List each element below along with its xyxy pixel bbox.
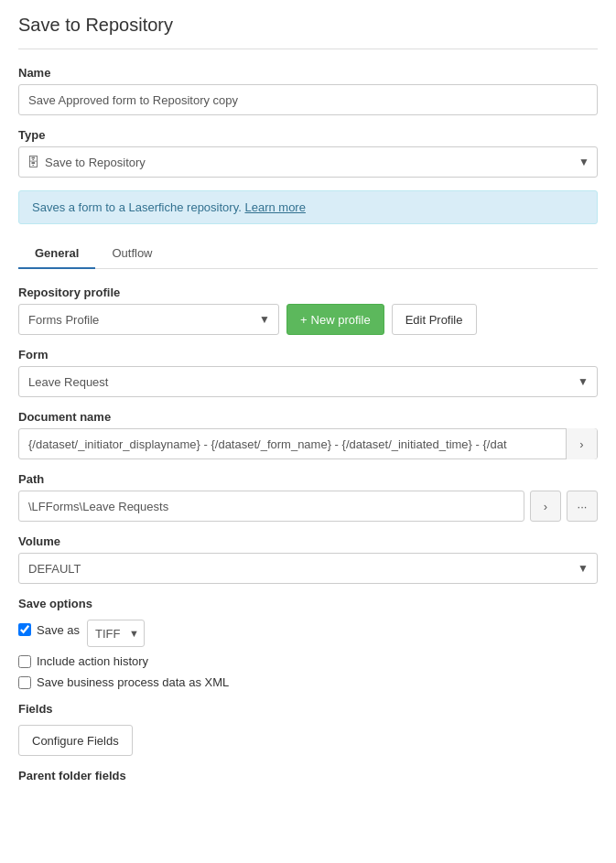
form-select-wrapper: Leave Request ▼ xyxy=(18,366,598,397)
page-title: Save to Repository xyxy=(18,15,598,36)
volume-label: Volume xyxy=(18,534,598,548)
repo-profile-select-wrapper: Forms Profile ▼ xyxy=(18,304,279,335)
info-box: Saves a form to a Laserfiche repository.… xyxy=(18,190,598,224)
type-select-wrapper[interactable]: 🗄 Save to Repository ▼ xyxy=(18,146,598,178)
info-box-text: Saves a form to a Laserfiche repository. xyxy=(32,200,242,214)
path-dots-icon: ··· xyxy=(578,500,588,513)
save-as-select-wrapper: TIFF PDF Word ▼ xyxy=(87,620,145,647)
new-profile-plus-icon: + xyxy=(300,313,308,327)
name-label: Name xyxy=(18,66,598,80)
save-options-group: Save options Save as TIFF PDF Word ▼ Inc… xyxy=(18,597,598,689)
path-input[interactable] xyxy=(18,491,524,522)
learn-more-link[interactable]: Learn more xyxy=(244,200,305,214)
type-dropdown-arrow-icon: ▼ xyxy=(578,156,589,168)
path-arrow-icon: › xyxy=(544,500,547,513)
tab-general[interactable]: General xyxy=(18,239,95,269)
new-profile-button[interactable]: + New profile xyxy=(286,304,384,335)
volume-select-wrapper: DEFAULT ▼ xyxy=(18,553,598,584)
repository-icon: 🗄 xyxy=(27,155,39,169)
tabs-container: General Outflow xyxy=(18,239,598,269)
configure-fields-button[interactable]: Configure Fields xyxy=(18,725,133,756)
save-business-process-label[interactable]: Save business process data as XML xyxy=(18,675,598,689)
save-options-label: Save options xyxy=(18,597,598,610)
include-action-history-checkbox[interactable] xyxy=(18,655,31,668)
form-select[interactable]: Leave Request xyxy=(18,366,598,397)
name-field-group: Name xyxy=(18,66,598,115)
title-divider xyxy=(18,49,598,49)
save-as-checkbox-label[interactable]: Save as xyxy=(18,623,80,637)
document-name-group: Document name {/dataset/_initiator_displ… xyxy=(18,410,598,459)
path-label: Path xyxy=(18,472,598,486)
repository-profile-label: Repository profile xyxy=(18,286,598,299)
form-label: Form xyxy=(18,348,598,361)
document-name-wrapper: {/dataset/_initiator_displayname} - {/da… xyxy=(18,428,598,459)
path-row: › ··· xyxy=(18,491,598,522)
document-name-label: Document name xyxy=(18,410,598,424)
include-action-history-label[interactable]: Include action history xyxy=(18,654,598,668)
expand-arrow-icon: › xyxy=(579,437,583,451)
path-browse-button[interactable]: ··· xyxy=(567,491,598,522)
tabs-row: General Outflow xyxy=(18,239,598,268)
include-action-history-text: Include action history xyxy=(37,654,148,668)
tab-outflow[interactable]: Outflow xyxy=(95,239,168,269)
type-label: Type xyxy=(18,128,598,142)
type-select-text: Save to Repository xyxy=(45,156,578,169)
save-business-process-checkbox[interactable] xyxy=(18,676,31,689)
new-profile-label: New profile xyxy=(311,313,371,327)
type-field-group: Type 🗄 Save to Repository ▼ xyxy=(18,128,598,178)
save-as-checkbox[interactable] xyxy=(18,623,31,636)
name-input[interactable] xyxy=(18,84,598,115)
path-field-group: Path › ··· xyxy=(18,472,598,522)
form-field-group: Form Leave Request ▼ xyxy=(18,348,598,397)
parent-folder-label: Parent folder fields xyxy=(18,769,598,782)
repo-profile-select[interactable]: Forms Profile xyxy=(18,304,279,335)
save-as-format-select[interactable]: TIFF PDF Word xyxy=(87,620,145,647)
save-as-label-text: Save as xyxy=(37,623,80,637)
repo-profile-row: Forms Profile ▼ + New profile Edit Profi… xyxy=(18,304,598,335)
parent-folder-section: Parent folder fields xyxy=(18,769,598,782)
edit-profile-button[interactable]: Edit Profile xyxy=(392,304,477,335)
path-expand-button[interactable]: › xyxy=(530,491,561,522)
repository-profile-group: Repository profile Forms Profile ▼ + New… xyxy=(18,286,598,335)
document-name-text: {/dataset/_initiator_displayname} - {/da… xyxy=(19,432,566,457)
volume-select[interactable]: DEFAULT xyxy=(18,553,598,584)
fields-label: Fields xyxy=(18,702,598,716)
save-business-process-text: Save business process data as XML xyxy=(37,675,229,689)
volume-field-group: Volume DEFAULT ▼ xyxy=(18,534,598,584)
document-name-expand-button[interactable]: › xyxy=(566,428,597,459)
save-as-row: Save as TIFF PDF Word ▼ xyxy=(18,620,598,647)
fields-section: Fields Configure Fields xyxy=(18,702,598,756)
